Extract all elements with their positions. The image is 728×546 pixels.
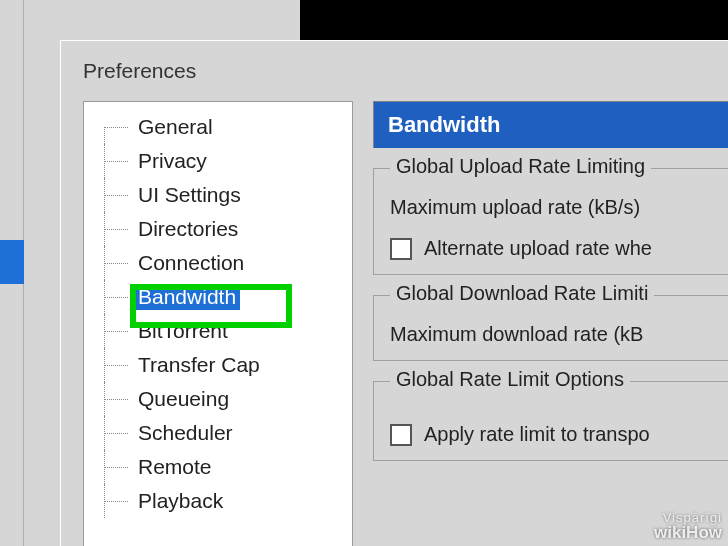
tree-connector-icon	[98, 314, 134, 348]
checkbox[interactable]	[390, 424, 412, 446]
tree-connector-icon	[98, 246, 134, 280]
tree-item-ui-settings[interactable]: UI Settings	[84, 178, 352, 212]
tree-item-label: Queueing	[134, 386, 233, 412]
tree-item-bittorrent[interactable]: BitTorrent	[84, 314, 352, 348]
category-tree: GeneralPrivacyUI SettingsDirectoriesConn…	[83, 101, 353, 546]
tree-item-label: Directories	[134, 216, 242, 242]
tree-item-directories[interactable]: Directories	[84, 212, 352, 246]
preferences-window: Preferences GeneralPrivacyUI SettingsDir…	[60, 40, 728, 546]
tree-item-label: Privacy	[134, 148, 211, 174]
tree-item-label: Connection	[134, 250, 248, 276]
tree-item-transfer-cap[interactable]: Transfer Cap	[84, 348, 352, 382]
content-panel: Bandwidth Global Upload Rate LimitingMax…	[373, 101, 728, 546]
tree-item-label: Bandwidth	[134, 284, 240, 310]
tree-connector-icon	[98, 484, 134, 518]
tree-item-label: Playback	[134, 488, 227, 514]
tree-connector-icon	[98, 416, 134, 450]
tree-connector-icon	[98, 212, 134, 246]
outer-sidebar	[0, 0, 24, 546]
window-title: Preferences	[83, 59, 196, 83]
checkbox[interactable]	[390, 238, 412, 260]
tree-connector-icon	[98, 348, 134, 382]
tree-item-label: UI Settings	[134, 182, 245, 208]
checkbox-row: Alternate upload rate whe	[390, 237, 728, 260]
tree-item-label: Remote	[134, 454, 216, 480]
groupbox-title: Global Download Rate Limiti	[390, 282, 654, 305]
tree-connector-icon	[98, 382, 134, 416]
label-row: Maximum upload rate (kB/s)	[390, 196, 728, 219]
tree-item-label: Scheduler	[134, 420, 237, 446]
checkbox-label: Apply rate limit to transpo	[424, 423, 650, 446]
tree-item-label: BitTorrent	[134, 318, 232, 344]
tree-item-bandwidth[interactable]: Bandwidth	[84, 280, 352, 314]
tree-connector-icon	[98, 144, 134, 178]
tree-item-remote[interactable]: Remote	[84, 450, 352, 484]
outer-sidebar-active-indicator	[0, 240, 24, 284]
groupbox: Global Download Rate LimitiMaximum downl…	[373, 295, 728, 361]
tree-connector-icon	[98, 450, 134, 484]
watermark: Vispārīgi wikiHow	[654, 511, 722, 542]
tree-item-playback[interactable]: Playback	[84, 484, 352, 518]
section-header: Bandwidth	[373, 101, 728, 148]
tree-connector-icon	[98, 280, 134, 314]
tree-connector-icon	[98, 110, 134, 144]
tree-item-queueing[interactable]: Queueing	[84, 382, 352, 416]
tree-item-label: General	[134, 114, 217, 140]
tree-item-label: Transfer Cap	[134, 352, 264, 378]
titlebar-dark-region	[300, 0, 728, 40]
tree-connector-icon	[98, 178, 134, 212]
groupbox-title: Global Rate Limit Options	[390, 368, 630, 391]
groupbox: Global Upload Rate LimitingMaximum uploa…	[373, 168, 728, 275]
groupbox: Global Rate Limit OptionsApply rate limi…	[373, 381, 728, 461]
checkbox-row: Apply rate limit to transpo	[390, 423, 728, 446]
checkbox-label: Alternate upload rate whe	[424, 237, 652, 260]
tree-item-connection[interactable]: Connection	[84, 246, 352, 280]
tree-item-general[interactable]: General	[84, 110, 352, 144]
tree-item-privacy[interactable]: Privacy	[84, 144, 352, 178]
groupbox-title: Global Upload Rate Limiting	[390, 155, 651, 178]
tree-item-scheduler[interactable]: Scheduler	[84, 416, 352, 450]
label-row: Maximum download rate (kB	[390, 323, 728, 346]
